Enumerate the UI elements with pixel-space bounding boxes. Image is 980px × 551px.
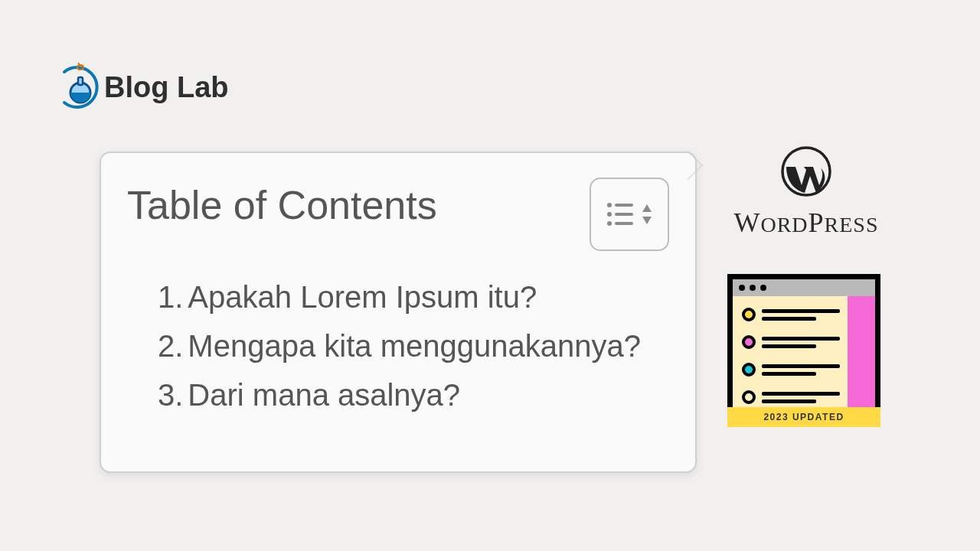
browser-main-area: [733, 296, 848, 421]
svg-point-4: [607, 221, 612, 226]
wordpress-icon: [780, 145, 832, 201]
svg-rect-1: [78, 77, 83, 85]
browser-illustration: [727, 274, 880, 427]
site-logo: Blog Lab: [60, 60, 229, 115]
window-dot-icon: [760, 285, 766, 291]
list-item: [742, 359, 840, 380]
svg-rect-5: [615, 204, 633, 207]
toc-item-text: Dari mana asalnya?: [188, 378, 460, 412]
svg-rect-6: [615, 213, 633, 216]
window-dot-icon: [750, 285, 756, 291]
svg-marker-9: [642, 217, 652, 224]
toc-item[interactable]: 1.Apakah Lorem Ipsum itu?: [158, 272, 669, 321]
updated-badge: 2023 UPDATED: [727, 407, 880, 427]
bullet-icon: [742, 390, 756, 404]
svg-point-2: [607, 203, 612, 207]
svg-point-3: [607, 212, 612, 217]
logo-text: Blog Lab: [104, 71, 229, 104]
browser-titlebar: [733, 279, 875, 296]
bullet-icon: [742, 308, 756, 321]
window-dot-icon: [739, 285, 745, 291]
toc-item-number: 1.: [158, 280, 183, 314]
wordpress-wordmark: WORDPRESS: [710, 207, 902, 239]
toc-item[interactable]: 2.Mengapa kita menggunakannya?: [158, 321, 669, 370]
svg-rect-7: [615, 222, 633, 225]
browser-sidebar: [848, 296, 875, 421]
toc-widget: Table of Contents 1.Apakah Lorem Ipsum i…: [100, 152, 697, 473]
toc-item-number: 2.: [158, 329, 183, 363]
list-item: [742, 386, 840, 408]
bullet-icon: [742, 363, 756, 377]
toc-toggle-button[interactable]: [590, 178, 669, 251]
toc-item-text: Mengapa kita menggunakannya?: [188, 329, 641, 363]
flask-icon: [60, 60, 100, 115]
toc-item-text: Apakah Lorem Ipsum itu?: [188, 280, 537, 314]
toc-item[interactable]: 3.Dari mana asalnya?: [158, 370, 669, 419]
list-item: [742, 331, 840, 353]
list-icon: [606, 201, 635, 227]
sort-icon: [641, 203, 653, 226]
bullet-icon: [742, 335, 756, 349]
toc-list: 1.Apakah Lorem Ipsum itu? 2.Mengapa kita…: [127, 272, 669, 419]
toc-title: Table of Contents: [127, 182, 437, 228]
svg-marker-8: [642, 204, 652, 212]
toc-item-number: 3.: [158, 378, 183, 412]
corner-fold-icon: [673, 150, 704, 181]
wordpress-logo: WORDPRESS: [710, 145, 902, 239]
list-item: [742, 304, 840, 325]
